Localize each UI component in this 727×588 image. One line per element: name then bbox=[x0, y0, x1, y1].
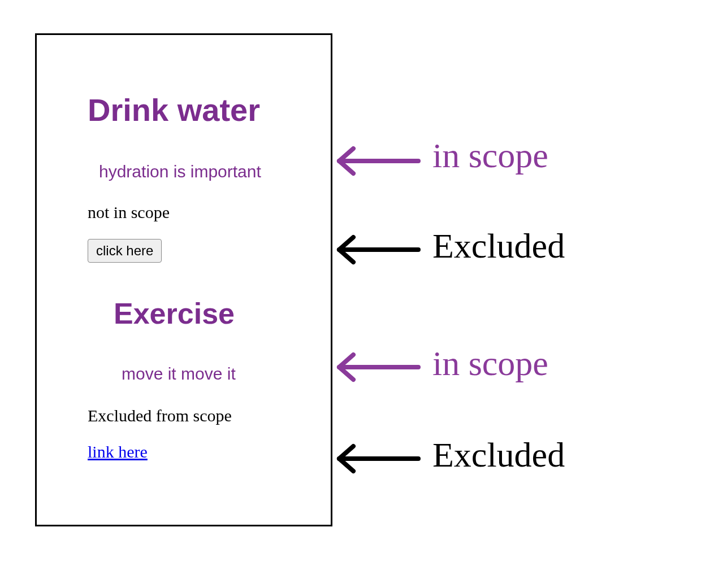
annotation-in-scope-1: in scope bbox=[432, 136, 548, 176]
text-not-in-scope: not in scope bbox=[88, 203, 280, 222]
text-excluded-from-scope: Excluded from scope bbox=[88, 406, 280, 425]
heading-drink-water: Drink water bbox=[88, 92, 280, 128]
arrow-excluded-2 bbox=[339, 446, 418, 471]
arrow-excluded-1 bbox=[339, 237, 418, 262]
subtext-hydration: hydration is important bbox=[99, 162, 280, 181]
annotation-excluded-2: Excluded bbox=[432, 435, 565, 475]
annotation-in-scope-2: in scope bbox=[432, 343, 548, 384]
heading-exercise: Exercise bbox=[114, 297, 280, 330]
click-here-button[interactable]: click here bbox=[88, 239, 162, 263]
link-here[interactable]: link here bbox=[88, 442, 148, 461]
arrow-in-scope-1 bbox=[339, 149, 418, 173]
annotation-excluded-1: Excluded bbox=[432, 226, 565, 266]
scope-box: Drink water hydration is important not i… bbox=[35, 33, 332, 526]
subtext-move-it: move it move it bbox=[122, 364, 280, 384]
arrow-in-scope-2 bbox=[339, 355, 418, 380]
